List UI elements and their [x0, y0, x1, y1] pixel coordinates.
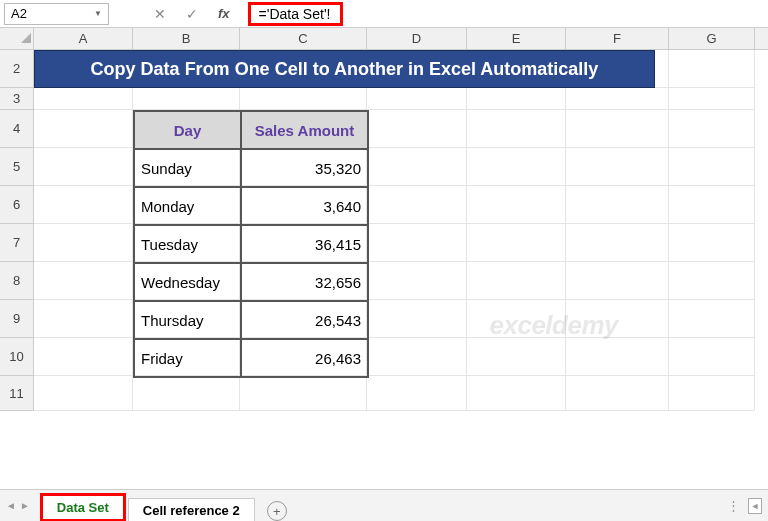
row-header-7[interactable]: 7: [0, 224, 34, 262]
cell[interactable]: [669, 50, 755, 88]
table-header-day[interactable]: Day: [134, 111, 241, 149]
scroll-left-button[interactable]: ◄: [748, 498, 762, 514]
table-cell-day[interactable]: Tuesday: [134, 225, 241, 263]
table-cell-sales[interactable]: 3,640: [241, 187, 368, 225]
table-cell-day[interactable]: Wednesday: [134, 263, 241, 301]
cancel-icon[interactable]: ✕: [154, 6, 166, 22]
add-sheet-button[interactable]: +: [267, 501, 287, 521]
sheet-tab-active[interactable]: Data Set: [40, 493, 126, 521]
enter-icon[interactable]: ✓: [186, 6, 198, 22]
title-text: Copy Data From One Cell to Another in Ex…: [91, 59, 599, 80]
row-header-4[interactable]: 4: [0, 110, 34, 148]
cell[interactable]: [669, 300, 755, 338]
cell[interactable]: [669, 262, 755, 300]
row-header-11[interactable]: 11: [0, 376, 34, 411]
cell[interactable]: [467, 338, 566, 376]
cell[interactable]: [34, 376, 133, 411]
row-header-9[interactable]: 9: [0, 300, 34, 338]
cell[interactable]: [467, 262, 566, 300]
cell[interactable]: [566, 110, 669, 148]
cell[interactable]: [367, 224, 467, 262]
cell[interactable]: [34, 224, 133, 262]
cell[interactable]: [34, 148, 133, 186]
select-all-corner[interactable]: [0, 28, 34, 49]
table-cell-sales[interactable]: 26,463: [241, 339, 368, 377]
tabs-menu-icon[interactable]: ⋮: [727, 498, 740, 513]
cell[interactable]: [467, 186, 566, 224]
chevron-down-icon[interactable]: ▼: [94, 9, 102, 18]
column-header-A[interactable]: A: [34, 28, 133, 49]
cell[interactable]: [367, 376, 467, 411]
title-banner: Copy Data From One Cell to Another in Ex…: [34, 50, 655, 88]
row-header-5[interactable]: 5: [0, 148, 34, 186]
cell[interactable]: [367, 88, 467, 110]
cell[interactable]: [566, 224, 669, 262]
cell[interactable]: [566, 148, 669, 186]
row-header-2[interactable]: 2: [0, 50, 34, 88]
row-header-3[interactable]: 3: [0, 88, 34, 110]
cell[interactable]: [669, 224, 755, 262]
row-header-6[interactable]: 6: [0, 186, 34, 224]
cell[interactable]: [34, 338, 133, 376]
cell[interactable]: [367, 300, 467, 338]
table-cell-sales[interactable]: 32,656: [241, 263, 368, 301]
cell[interactable]: [367, 148, 467, 186]
cell[interactable]: [669, 376, 755, 411]
table-cell-sales[interactable]: 26,543: [241, 301, 368, 339]
table-cell-day[interactable]: Monday: [134, 187, 241, 225]
cell[interactable]: [566, 338, 669, 376]
table-cell-sales[interactable]: 36,415: [241, 225, 368, 263]
table-cell-sales[interactable]: 35,320: [241, 149, 368, 187]
cell[interactable]: [367, 262, 467, 300]
row-header-10[interactable]: 10: [0, 338, 34, 376]
cell[interactable]: [34, 262, 133, 300]
cell[interactable]: [34, 88, 133, 110]
cell[interactable]: [467, 88, 566, 110]
cell[interactable]: [669, 110, 755, 148]
table-cell-day[interactable]: Sunday: [134, 149, 241, 187]
cell[interactable]: [566, 376, 669, 411]
cell[interactable]: [133, 88, 240, 110]
cell[interactable]: [467, 376, 566, 411]
column-header-B[interactable]: B: [133, 28, 240, 49]
tab-nav-next-icon[interactable]: ►: [20, 500, 30, 511]
cell[interactable]: [467, 300, 566, 338]
cell[interactable]: [566, 88, 669, 110]
sheet-tab[interactable]: Cell reference 2: [128, 498, 255, 521]
cell[interactable]: [467, 224, 566, 262]
column-header-F[interactable]: F: [566, 28, 669, 49]
cell[interactable]: [669, 338, 755, 376]
tab-nav-prev-icon[interactable]: ◄: [6, 500, 16, 511]
cell[interactable]: [34, 300, 133, 338]
table-cell-day[interactable]: Friday: [134, 339, 241, 377]
cell[interactable]: [367, 110, 467, 148]
formula-text: ='Data Set'!: [259, 6, 331, 22]
column-header-D[interactable]: D: [367, 28, 467, 49]
column-header-C[interactable]: C: [240, 28, 367, 49]
name-box[interactable]: A2 ▼: [4, 3, 109, 25]
cell[interactable]: [240, 88, 367, 110]
cell[interactable]: [367, 186, 467, 224]
table-row: Thursday 26,543: [134, 301, 368, 339]
formula-input[interactable]: ='Data Set'!: [248, 2, 343, 26]
cell[interactable]: [467, 148, 566, 186]
cell[interactable]: [669, 148, 755, 186]
column-header-E[interactable]: E: [467, 28, 566, 49]
column-header-G[interactable]: G: [669, 28, 755, 49]
cell[interactable]: [566, 300, 669, 338]
spreadsheet-grid: A B C D E F G 2 3 4 5 6 7 8 9 10 11 Copy…: [0, 28, 768, 411]
row-header-8[interactable]: 8: [0, 262, 34, 300]
cell[interactable]: [467, 110, 566, 148]
cell[interactable]: [34, 186, 133, 224]
table-header-sales[interactable]: Sales Amount: [241, 111, 368, 149]
cell[interactable]: [566, 262, 669, 300]
cell[interactable]: [240, 376, 367, 411]
cell[interactable]: [133, 376, 240, 411]
fx-icon[interactable]: fx: [218, 6, 230, 21]
cell[interactable]: [34, 110, 133, 148]
cell[interactable]: [566, 186, 669, 224]
cell[interactable]: [669, 88, 755, 110]
cell[interactable]: [367, 338, 467, 376]
table-cell-day[interactable]: Thursday: [134, 301, 241, 339]
cell[interactable]: [669, 186, 755, 224]
